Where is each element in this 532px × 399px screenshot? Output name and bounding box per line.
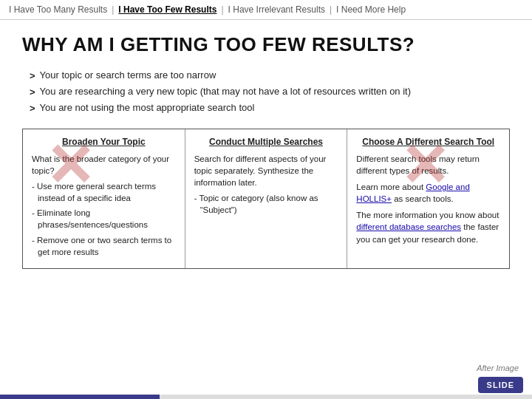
bullet-text-2: You are researching a very new topic (th…: [40, 86, 411, 97]
multiple-text-1: Search for different aspects of your top…: [194, 153, 338, 188]
different-text-1: Different search tools may return differ…: [356, 153, 500, 177]
bullet-arrow-3: >: [30, 103, 35, 114]
link-google[interactable]: Google and HOLLIS+: [356, 183, 469, 203]
nav-item-too-few[interactable]: I Have Too Few Results: [118, 4, 216, 15]
bullet-text-1: Your topic or search terms are too narro…: [40, 69, 216, 81]
col-different-body: Different search tools may return differ…: [356, 153, 500, 245]
slide-button[interactable]: SLIDE: [478, 377, 523, 393]
after-image-label: After Image: [477, 364, 519, 372]
bullet-text-3: You are not using the most appropriate s…: [40, 102, 255, 113]
col-broaden-body: What is the broader category of your top…: [32, 153, 176, 258]
col-broaden-topic: Broaden Your Topic What is the broader c…: [23, 129, 185, 268]
different-text-2: Learn more about Google and HOLLIS+ as s…: [356, 181, 500, 205]
col-different-tool: Choose A Different Search Tool Different…: [347, 129, 509, 268]
bullet-arrow-1: >: [30, 70, 35, 81]
progress-bar-container: [0, 395, 532, 399]
top-navigation: I Have Too Many Results | I Have Too Few…: [0, 0, 532, 20]
bullet-item-1: > Your topic or search terms are too nar…: [30, 69, 510, 81]
col-broaden-header: Broaden Your Topic: [32, 137, 176, 147]
col-multiple-header: Conduct Multiple Searches: [194, 137, 338, 147]
col-different-header: Choose A Different Search Tool: [356, 137, 500, 147]
nav-item-irrelevant[interactable]: I Have Irrelevant Results: [228, 4, 325, 15]
bullet-item-3: > You are not using the most appropriate…: [30, 102, 510, 114]
broaden-text-1: What is the broader category of your top…: [32, 153, 176, 177]
info-box: Broaden Your Topic What is the broader c…: [22, 129, 510, 269]
col-multiple-body: Search for different aspects of your top…: [194, 153, 338, 216]
nav-sep-3: |: [330, 4, 332, 15]
page-title: WHY AM I GETTING TOO FEW RESULTS?: [22, 33, 510, 56]
broaden-dash-2: - Eliminate long phrases/sentences/quest…: [32, 207, 176, 231]
broaden-dash-3: - Remove one or two search terms to get …: [32, 234, 176, 258]
nav-sep-1: |: [112, 4, 114, 15]
col-multiple-searches: Conduct Multiple Searches Search for dif…: [185, 129, 348, 268]
multiple-dash-1: - Topic or category (also know as “Subje…: [194, 192, 338, 216]
different-text-3: The more information you know about diff…: [356, 209, 500, 245]
progress-bar: [0, 395, 160, 399]
nav-item-too-many[interactable]: I Have Too Many Results: [9, 4, 107, 15]
broaden-dash-1: - Use more general search terms instead …: [32, 180, 176, 204]
bullet-item-2: > You are researching a very new topic (…: [30, 86, 510, 98]
bullet-list: > Your topic or search terms are too nar…: [22, 69, 510, 114]
link-different-db[interactable]: different database searches: [356, 222, 461, 231]
main-content: WHY AM I GETTING TOO FEW RESULTS? > Your…: [0, 20, 532, 282]
nav-sep-2: |: [221, 4, 223, 15]
bullet-arrow-2: >: [30, 86, 35, 98]
nav-item-need-help[interactable]: I Need More Help: [336, 4, 406, 15]
